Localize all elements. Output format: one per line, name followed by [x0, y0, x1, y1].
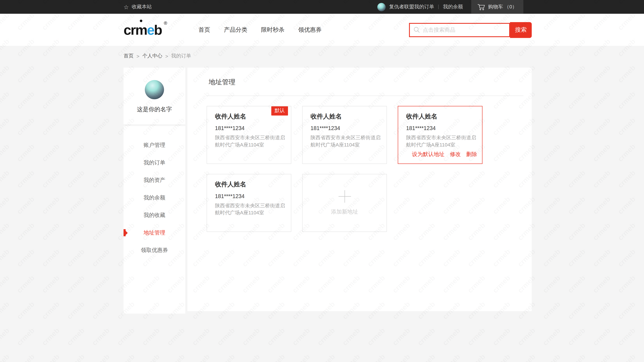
star-icon: ☆ — [124, 4, 129, 10]
delete-button[interactable]: 删除 — [466, 150, 477, 158]
nav-item-home[interactable]: 首页 — [198, 26, 210, 34]
sidebar-gap — [124, 124, 185, 126]
search-bar: 搜索 — [409, 22, 532, 38]
logo-m: m — [135, 23, 147, 37]
sidebar-item-orders[interactable]: 我的订单 — [124, 154, 185, 171]
logo-cr: cr — [124, 23, 135, 37]
breadcrumb-separator: > — [136, 53, 139, 59]
search-icon — [414, 27, 420, 33]
recipient-address: 陕西省西安市未央区三桥街道启航时代广场A座1104室 — [310, 134, 382, 148]
address-card[interactable]: 默认 收件人姓名 181****1234 陕西省西安市未央区三桥街道启航时代广场… — [206, 106, 291, 164]
breadcrumb-user-center[interactable]: 个人中心 — [142, 53, 162, 60]
add-address-card[interactable]: 添加新地址 — [302, 174, 387, 232]
page-title: 地址管理 — [187, 67, 532, 87]
cart-button[interactable]: 购物车（0） — [471, 0, 523, 14]
cart-icon — [478, 3, 485, 10]
default-badge: 默认 — [271, 106, 288, 116]
breadcrumb: 首页 > 个人中心 > 我的订单 — [124, 46, 532, 60]
breadcrumb-current: 我的订单 — [171, 53, 191, 60]
my-balance-link[interactable]: 我的余额 — [443, 3, 463, 10]
nav-item-flash-sale[interactable]: 限时秒杀 — [261, 26, 284, 34]
address-card-hovered[interactable]: 收件人姓名 181****1234 陕西省西安市未央区三桥街道启航时代广场A座1… — [398, 106, 482, 164]
sidebar: 这是你的名字 账户管理 我的订单 我的资产 我的余额 我的收藏 地址管理 领取优… — [124, 67, 185, 314]
favorite-link[interactable]: ☆ 收藏本站 — [124, 3, 152, 10]
nav-item-coupons[interactable]: 领优惠券 — [298, 26, 322, 34]
sidebar-item-account[interactable]: 账户管理 — [124, 136, 185, 154]
cart-count: （0） — [504, 3, 517, 10]
username[interactable]: 复仇者联盟 — [389, 3, 414, 10]
recipient-address: 陕西省西安市未央区三桥街道启航时代广场A座1104室 — [215, 134, 286, 148]
nav-item-categories[interactable]: 产品分类 — [224, 26, 247, 34]
profile-avatar[interactable] — [145, 80, 164, 99]
main-panel: 地址管理 默认 收件人姓名 181****1234 陕西省西安市未央区三桥街道启… — [187, 67, 532, 311]
sidebar-item-balance[interactable]: 我的余额 — [124, 189, 185, 206]
sidebar-item-addresses[interactable]: 地址管理 — [124, 224, 185, 242]
recipient-phone: 181****1234 — [215, 193, 285, 199]
recipient-address: 陕西省西安市未央区三桥街道启航时代广场A座1104室 — [215, 202, 286, 217]
logo-b: b — [154, 23, 162, 37]
logo-ring-icon — [140, 19, 142, 22]
user-avatar[interactable] — [378, 3, 386, 11]
address-card-grid: 默认 收件人姓名 181****1234 陕西省西安市未央区三桥街道启航时代广场… — [206, 106, 512, 232]
recipient-name: 收件人姓名 — [215, 181, 285, 189]
header: crmeb ® 首页 产品分类 限时秒杀 领优惠券 搜索 — [0, 14, 644, 46]
active-item-marker-icon — [124, 229, 126, 236]
recipient-phone: 181****1234 — [406, 125, 476, 131]
main-nav: 首页 产品分类 限时秒杀 领优惠券 — [198, 26, 322, 34]
breadcrumb-separator: > — [165, 53, 168, 59]
search-input[interactable] — [423, 27, 509, 33]
page: ☆ 收藏本站 复仇者联盟 我的订单 我的余额 购物车（0） — [0, 0, 644, 362]
sidebar-item-favorites[interactable]: 我的收藏 — [124, 206, 185, 224]
set-default-button[interactable]: 设为默认地址 — [412, 150, 444, 158]
title-divider — [206, 95, 524, 96]
topbar-divider — [438, 4, 439, 9]
recipient-phone: 181****1234 — [215, 125, 285, 131]
cart-label: 购物车 — [488, 3, 503, 10]
plus-icon — [338, 190, 351, 203]
edit-button[interactable]: 修改 — [450, 150, 461, 158]
sidebar-item-label: 地址管理 — [144, 229, 165, 237]
add-address-label: 添加新地址 — [331, 208, 358, 216]
sidebar-item-get-coupons[interactable]: 领取优惠券 — [124, 242, 185, 259]
card-actions: 设为默认地址 修改 删除 — [412, 150, 477, 158]
profile-nickname: 这是你的名字 — [137, 106, 172, 113]
address-card[interactable]: 收件人姓名 181****1234 陕西省西安市未央区三桥街道启航时代广场A座1… — [206, 174, 291, 232]
recipient-name: 收件人姓名 — [406, 113, 476, 120]
my-orders-link[interactable]: 我的订单 — [414, 3, 434, 10]
logo[interactable]: crmeb ® — [124, 23, 162, 37]
recipient-address: 陕西省西安市未央区三桥街道启航时代广场A座1104室 — [406, 134, 477, 148]
search-box — [409, 23, 510, 37]
recipient-name: 收件人姓名 — [310, 113, 380, 120]
canvas: ☆ 收藏本站 复仇者联盟 我的订单 我的余额 购物车（0） — [0, 0, 644, 362]
recipient-phone: 181****1234 — [310, 125, 380, 131]
content: 这是你的名字 账户管理 我的订单 我的资产 我的余额 我的收藏 地址管理 领取优… — [124, 67, 532, 314]
profile-card: 这是你的名字 — [124, 67, 185, 124]
topbar: ☆ 收藏本站 复仇者联盟 我的订单 我的余额 购物车（0） — [0, 0, 644, 14]
breadcrumb-home[interactable]: 首页 — [124, 53, 134, 60]
sidebar-menu: 账户管理 我的订单 我的资产 我的余额 我的收藏 地址管理 领取优惠券 — [124, 126, 185, 314]
favorite-label: 收藏本站 — [132, 3, 152, 10]
sidebar-item-assets[interactable]: 我的资产 — [124, 171, 185, 189]
address-card[interactable]: 收件人姓名 181****1234 陕西省西安市未央区三桥街道启航时代广场A座1… — [302, 106, 387, 164]
logo-registered-mark: ® — [164, 21, 167, 25]
logo-e: e — [147, 23, 154, 37]
search-button[interactable]: 搜索 — [510, 22, 532, 38]
